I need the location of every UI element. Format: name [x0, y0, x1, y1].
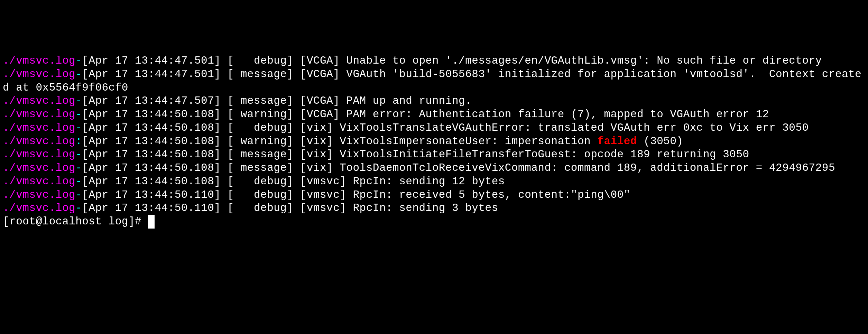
log-separator: -: [75, 148, 82, 160]
log-filename: ./vmsvc.log: [3, 135, 75, 147]
log-text: [Apr 17 13:44:47.507] [ message] [VCGA] …: [82, 95, 472, 107]
shell-prompt: [root@localhost log]#: [3, 215, 148, 228]
log-filename: ./vmsvc.log: [3, 148, 75, 160]
terminal-output[interactable]: ./vmsvc.log-[Apr 17 13:44:47.501] [ debu…: [3, 54, 865, 229]
log-text: (3050): [637, 135, 683, 147]
log-failed-keyword: failed: [597, 135, 637, 147]
log-filename: ./vmsvc.log: [3, 55, 75, 67]
log-separator: -: [75, 175, 82, 187]
log-text: [Apr 17 13:44:50.108] [ warning] [vix] V…: [82, 135, 597, 147]
log-filename: ./vmsvc.log: [3, 189, 75, 201]
log-line: ./vmsvc.log-[Apr 17 13:44:50.108] [ warn…: [3, 108, 865, 121]
log-filename: ./vmsvc.log: [3, 162, 75, 174]
log-filename: ./vmsvc.log: [3, 175, 75, 187]
log-filename: ./vmsvc.log: [3, 68, 75, 80]
log-separator: -: [75, 55, 82, 67]
log-text: [Apr 17 13:44:47.501] [ debug] [VCGA] Un…: [82, 55, 822, 67]
log-line: ./vmsvc.log-[Apr 17 13:44:50.110] [ debu…: [3, 188, 865, 202]
log-text: [Apr 17 13:44:50.108] [ message] [vix] T…: [82, 162, 835, 174]
log-text: [Apr 17 13:44:50.108] [ debug] [vix] Vix…: [82, 122, 809, 134]
log-text: [Apr 17 13:44:47.501] [ message] [VCGA] …: [3, 68, 861, 94]
log-filename: ./vmsvc.log: [3, 122, 75, 134]
log-text: [Apr 17 13:44:50.108] [ message] [vix] V…: [82, 148, 749, 160]
log-separator: :: [75, 135, 82, 147]
log-text: [Apr 17 13:44:50.108] [ debug] [vmsvc] R…: [82, 175, 505, 187]
log-text: [Apr 17 13:44:50.108] [ warning] [VCGA] …: [82, 108, 769, 120]
log-line: ./vmsvc.log-[Apr 17 13:44:47.501] [ mess…: [3, 68, 865, 95]
log-filename: ./vmsvc.log: [3, 95, 75, 107]
log-separator: -: [75, 122, 82, 134]
log-separator: -: [75, 202, 82, 214]
log-line: ./vmsvc.log-[Apr 17 13:44:50.110] [ debu…: [3, 202, 865, 215]
log-text: [Apr 17 13:44:50.110] [ debug] [vmsvc] R…: [82, 189, 630, 201]
log-separator: -: [75, 95, 82, 107]
log-separator: -: [75, 68, 82, 80]
log-line: ./vmsvc.log-[Apr 17 13:44:50.108] [ mess…: [3, 161, 865, 175]
log-line: ./vmsvc.log-[Apr 17 13:44:47.501] [ debu…: [3, 54, 865, 68]
cursor-icon: [148, 215, 155, 229]
log-line: ./vmsvc.log-[Apr 17 13:44:47.507] [ mess…: [3, 94, 865, 108]
log-line: ./vmsvc.log-[Apr 17 13:44:50.108] [ debu…: [3, 121, 865, 135]
log-line: ./vmsvc.log:[Apr 17 13:44:50.108] [ warn…: [3, 135, 865, 148]
shell-prompt-line[interactable]: [root@localhost log]#: [3, 215, 865, 229]
log-line: ./vmsvc.log-[Apr 17 13:44:50.108] [ debu…: [3, 175, 865, 188]
log-separator: -: [75, 189, 82, 201]
log-separator: -: [75, 162, 82, 174]
log-line: ./vmsvc.log-[Apr 17 13:44:50.108] [ mess…: [3, 148, 865, 161]
log-text: [Apr 17 13:44:50.110] [ debug] [vmsvc] R…: [82, 202, 498, 214]
log-separator: -: [75, 108, 82, 120]
log-filename: ./vmsvc.log: [3, 108, 75, 120]
log-filename: ./vmsvc.log: [3, 202, 75, 214]
